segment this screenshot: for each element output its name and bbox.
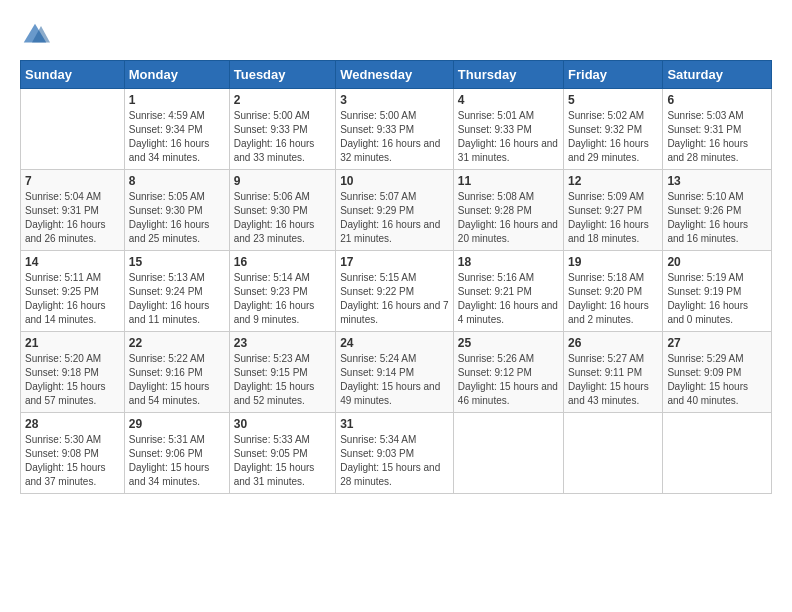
day-daylight: Daylight: 16 hours and 11 minutes. (129, 300, 210, 325)
day-cell: 28 Sunrise: 5:30 AM Sunset: 9:08 PM Dayl… (21, 413, 125, 494)
day-number: 13 (667, 174, 767, 188)
day-sunset: Sunset: 9:30 PM (129, 205, 203, 216)
day-number: 20 (667, 255, 767, 269)
day-daylight: Daylight: 15 hours and 28 minutes. (340, 462, 440, 487)
day-daylight: Daylight: 16 hours and 25 minutes. (129, 219, 210, 244)
day-sunset: Sunset: 9:33 PM (340, 124, 414, 135)
day-sunset: Sunset: 9:15 PM (234, 367, 308, 378)
day-number: 9 (234, 174, 331, 188)
day-cell: 29 Sunrise: 5:31 AM Sunset: 9:06 PM Dayl… (124, 413, 229, 494)
day-sunset: Sunset: 9:25 PM (25, 286, 99, 297)
day-sunset: Sunset: 9:24 PM (129, 286, 203, 297)
day-sunrise: Sunrise: 5:34 AM (340, 434, 416, 445)
day-sunset: Sunset: 9:14 PM (340, 367, 414, 378)
day-daylight: Daylight: 16 hours and 16 minutes. (667, 219, 748, 244)
day-sunrise: Sunrise: 5:24 AM (340, 353, 416, 364)
day-number: 21 (25, 336, 120, 350)
day-sunset: Sunset: 9:31 PM (667, 124, 741, 135)
day-cell: 10 Sunrise: 5:07 AM Sunset: 9:29 PM Dayl… (336, 170, 454, 251)
week-row-3: 14 Sunrise: 5:11 AM Sunset: 9:25 PM Dayl… (21, 251, 772, 332)
day-sunset: Sunset: 9:31 PM (25, 205, 99, 216)
day-sunset: Sunset: 9:09 PM (667, 367, 741, 378)
day-sunrise: Sunrise: 5:18 AM (568, 272, 644, 283)
day-sunrise: Sunrise: 5:01 AM (458, 110, 534, 121)
day-number: 8 (129, 174, 225, 188)
header-day-monday: Monday (124, 61, 229, 89)
header-day-tuesday: Tuesday (229, 61, 335, 89)
day-cell: 17 Sunrise: 5:15 AM Sunset: 9:22 PM Dayl… (336, 251, 454, 332)
day-sunrise: Sunrise: 5:19 AM (667, 272, 743, 283)
day-cell: 25 Sunrise: 5:26 AM Sunset: 9:12 PM Dayl… (453, 332, 563, 413)
calendar-table: SundayMondayTuesdayWednesdayThursdayFrid… (20, 60, 772, 494)
day-daylight: Daylight: 16 hours and 23 minutes. (234, 219, 315, 244)
day-sunrise: Sunrise: 5:13 AM (129, 272, 205, 283)
day-sunrise: Sunrise: 5:08 AM (458, 191, 534, 202)
day-cell (21, 89, 125, 170)
day-daylight: Daylight: 16 hours and 9 minutes. (234, 300, 315, 325)
day-number: 29 (129, 417, 225, 431)
day-cell: 14 Sunrise: 5:11 AM Sunset: 9:25 PM Dayl… (21, 251, 125, 332)
day-sunrise: Sunrise: 5:09 AM (568, 191, 644, 202)
day-daylight: Daylight: 15 hours and 43 minutes. (568, 381, 649, 406)
day-cell: 3 Sunrise: 5:00 AM Sunset: 9:33 PM Dayli… (336, 89, 454, 170)
day-number: 18 (458, 255, 559, 269)
day-cell: 31 Sunrise: 5:34 AM Sunset: 9:03 PM Dayl… (336, 413, 454, 494)
day-cell: 2 Sunrise: 5:00 AM Sunset: 9:33 PM Dayli… (229, 89, 335, 170)
day-number: 25 (458, 336, 559, 350)
header-day-wednesday: Wednesday (336, 61, 454, 89)
day-number: 14 (25, 255, 120, 269)
day-sunrise: Sunrise: 5:27 AM (568, 353, 644, 364)
header-day-thursday: Thursday (453, 61, 563, 89)
day-number: 30 (234, 417, 331, 431)
day-daylight: Daylight: 16 hours and 2 minutes. (568, 300, 649, 325)
day-number: 7 (25, 174, 120, 188)
day-daylight: Daylight: 16 hours and 34 minutes. (129, 138, 210, 163)
header-day-sunday: Sunday (21, 61, 125, 89)
day-sunset: Sunset: 9:18 PM (25, 367, 99, 378)
day-sunrise: Sunrise: 5:16 AM (458, 272, 534, 283)
day-cell: 27 Sunrise: 5:29 AM Sunset: 9:09 PM Dayl… (663, 332, 772, 413)
day-number: 3 (340, 93, 449, 107)
day-number: 15 (129, 255, 225, 269)
day-number: 1 (129, 93, 225, 107)
day-cell: 7 Sunrise: 5:04 AM Sunset: 9:31 PM Dayli… (21, 170, 125, 251)
day-sunset: Sunset: 9:06 PM (129, 448, 203, 459)
week-row-4: 21 Sunrise: 5:20 AM Sunset: 9:18 PM Dayl… (21, 332, 772, 413)
day-sunrise: Sunrise: 5:22 AM (129, 353, 205, 364)
day-number: 11 (458, 174, 559, 188)
day-cell: 19 Sunrise: 5:18 AM Sunset: 9:20 PM Dayl… (564, 251, 663, 332)
day-sunrise: Sunrise: 5:30 AM (25, 434, 101, 445)
day-sunset: Sunset: 9:21 PM (458, 286, 532, 297)
day-cell: 11 Sunrise: 5:08 AM Sunset: 9:28 PM Dayl… (453, 170, 563, 251)
day-cell: 15 Sunrise: 5:13 AM Sunset: 9:24 PM Dayl… (124, 251, 229, 332)
day-sunrise: Sunrise: 5:07 AM (340, 191, 416, 202)
header (20, 20, 772, 50)
header-row: SundayMondayTuesdayWednesdayThursdayFrid… (21, 61, 772, 89)
day-sunset: Sunset: 9:23 PM (234, 286, 308, 297)
day-cell: 12 Sunrise: 5:09 AM Sunset: 9:27 PM Dayl… (564, 170, 663, 251)
day-number: 27 (667, 336, 767, 350)
day-daylight: Daylight: 16 hours and 26 minutes. (25, 219, 106, 244)
day-cell: 30 Sunrise: 5:33 AM Sunset: 9:05 PM Dayl… (229, 413, 335, 494)
day-number: 24 (340, 336, 449, 350)
day-daylight: Daylight: 16 hours and 32 minutes. (340, 138, 440, 163)
day-cell: 8 Sunrise: 5:05 AM Sunset: 9:30 PM Dayli… (124, 170, 229, 251)
logo (20, 20, 54, 50)
day-sunset: Sunset: 9:29 PM (340, 205, 414, 216)
day-sunrise: Sunrise: 5:14 AM (234, 272, 310, 283)
day-cell: 6 Sunrise: 5:03 AM Sunset: 9:31 PM Dayli… (663, 89, 772, 170)
day-sunrise: Sunrise: 5:23 AM (234, 353, 310, 364)
day-daylight: Daylight: 16 hours and 28 minutes. (667, 138, 748, 163)
week-row-1: 1 Sunrise: 4:59 AM Sunset: 9:34 PM Dayli… (21, 89, 772, 170)
day-number: 12 (568, 174, 658, 188)
day-number: 6 (667, 93, 767, 107)
day-daylight: Daylight: 16 hours and 20 minutes. (458, 219, 558, 244)
day-number: 26 (568, 336, 658, 350)
day-sunrise: Sunrise: 5:00 AM (340, 110, 416, 121)
day-cell: 16 Sunrise: 5:14 AM Sunset: 9:23 PM Dayl… (229, 251, 335, 332)
day-sunrise: Sunrise: 5:20 AM (25, 353, 101, 364)
day-sunrise: Sunrise: 5:03 AM (667, 110, 743, 121)
day-sunrise: Sunrise: 5:26 AM (458, 353, 534, 364)
day-cell: 9 Sunrise: 5:06 AM Sunset: 9:30 PM Dayli… (229, 170, 335, 251)
day-daylight: Daylight: 15 hours and 54 minutes. (129, 381, 210, 406)
